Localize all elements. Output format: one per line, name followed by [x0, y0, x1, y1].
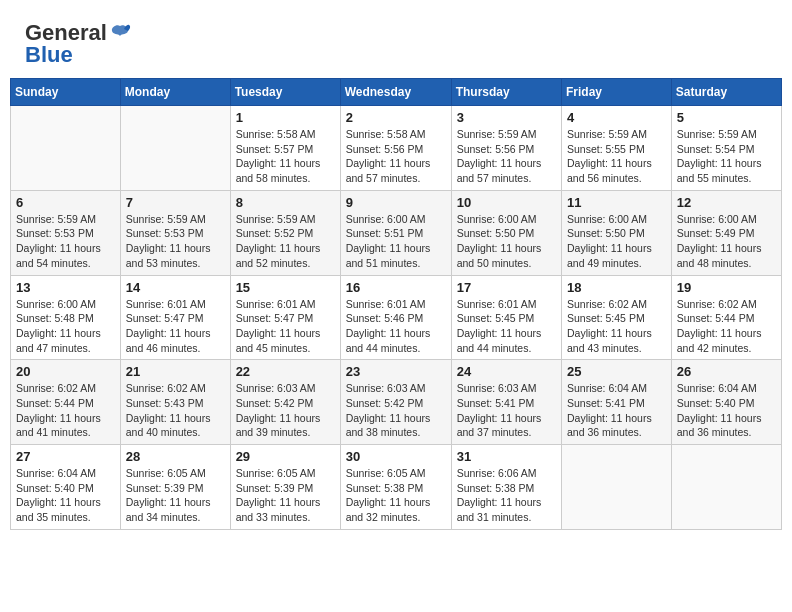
- day-of-week-header: Monday: [120, 79, 230, 106]
- calendar-cell: 7Sunrise: 5:59 AM Sunset: 5:53 PM Daylig…: [120, 190, 230, 275]
- calendar-cell: 17Sunrise: 6:01 AM Sunset: 5:45 PM Dayli…: [451, 275, 561, 360]
- calendar-week-row: 27Sunrise: 6:04 AM Sunset: 5:40 PM Dayli…: [11, 445, 782, 530]
- calendar-week-row: 20Sunrise: 6:02 AM Sunset: 5:44 PM Dayli…: [11, 360, 782, 445]
- day-info: Sunrise: 6:03 AM Sunset: 5:42 PM Dayligh…: [346, 381, 446, 440]
- calendar-cell: 28Sunrise: 6:05 AM Sunset: 5:39 PM Dayli…: [120, 445, 230, 530]
- day-number: 14: [126, 280, 225, 295]
- day-info: Sunrise: 6:04 AM Sunset: 5:41 PM Dayligh…: [567, 381, 666, 440]
- day-of-week-header: Friday: [562, 79, 672, 106]
- day-info: Sunrise: 6:01 AM Sunset: 5:46 PM Dayligh…: [346, 297, 446, 356]
- day-of-week-header: Saturday: [671, 79, 781, 106]
- day-number: 6: [16, 195, 115, 210]
- calendar-cell: 21Sunrise: 6:02 AM Sunset: 5:43 PM Dayli…: [120, 360, 230, 445]
- day-info: Sunrise: 6:06 AM Sunset: 5:38 PM Dayligh…: [457, 466, 556, 525]
- logo-bird-icon: [109, 22, 131, 44]
- day-number: 5: [677, 110, 776, 125]
- day-number: 19: [677, 280, 776, 295]
- calendar-cell: 3Sunrise: 5:59 AM Sunset: 5:56 PM Daylig…: [451, 106, 561, 191]
- day-number: 7: [126, 195, 225, 210]
- day-info: Sunrise: 6:01 AM Sunset: 5:47 PM Dayligh…: [126, 297, 225, 356]
- calendar-cell: [120, 106, 230, 191]
- day-info: Sunrise: 5:59 AM Sunset: 5:53 PM Dayligh…: [16, 212, 115, 271]
- calendar-cell: 11Sunrise: 6:00 AM Sunset: 5:50 PM Dayli…: [562, 190, 672, 275]
- calendar-cell: 30Sunrise: 6:05 AM Sunset: 5:38 PM Dayli…: [340, 445, 451, 530]
- day-number: 11: [567, 195, 666, 210]
- day-info: Sunrise: 5:58 AM Sunset: 5:56 PM Dayligh…: [346, 127, 446, 186]
- calendar-cell: [562, 445, 672, 530]
- day-number: 20: [16, 364, 115, 379]
- day-info: Sunrise: 6:05 AM Sunset: 5:39 PM Dayligh…: [126, 466, 225, 525]
- calendar-cell: 8Sunrise: 5:59 AM Sunset: 5:52 PM Daylig…: [230, 190, 340, 275]
- day-of-week-header: Sunday: [11, 79, 121, 106]
- day-info: Sunrise: 6:04 AM Sunset: 5:40 PM Dayligh…: [677, 381, 776, 440]
- day-info: Sunrise: 5:59 AM Sunset: 5:52 PM Dayligh…: [236, 212, 335, 271]
- day-number: 16: [346, 280, 446, 295]
- day-info: Sunrise: 6:02 AM Sunset: 5:43 PM Dayligh…: [126, 381, 225, 440]
- calendar-week-row: 6Sunrise: 5:59 AM Sunset: 5:53 PM Daylig…: [11, 190, 782, 275]
- day-number: 12: [677, 195, 776, 210]
- day-info: Sunrise: 6:00 AM Sunset: 5:49 PM Dayligh…: [677, 212, 776, 271]
- day-info: Sunrise: 6:02 AM Sunset: 5:44 PM Dayligh…: [16, 381, 115, 440]
- day-info: Sunrise: 6:04 AM Sunset: 5:40 PM Dayligh…: [16, 466, 115, 525]
- logo: General Blue: [25, 20, 131, 68]
- day-number: 26: [677, 364, 776, 379]
- day-of-week-header: Tuesday: [230, 79, 340, 106]
- calendar-cell: 1Sunrise: 5:58 AM Sunset: 5:57 PM Daylig…: [230, 106, 340, 191]
- day-number: 21: [126, 364, 225, 379]
- calendar-cell: 6Sunrise: 5:59 AM Sunset: 5:53 PM Daylig…: [11, 190, 121, 275]
- day-number: 4: [567, 110, 666, 125]
- day-number: 17: [457, 280, 556, 295]
- calendar-cell: [671, 445, 781, 530]
- day-number: 10: [457, 195, 556, 210]
- calendar-cell: 22Sunrise: 6:03 AM Sunset: 5:42 PM Dayli…: [230, 360, 340, 445]
- calendar-cell: 23Sunrise: 6:03 AM Sunset: 5:42 PM Dayli…: [340, 360, 451, 445]
- day-number: 29: [236, 449, 335, 464]
- calendar-cell: [11, 106, 121, 191]
- day-number: 27: [16, 449, 115, 464]
- day-number: 13: [16, 280, 115, 295]
- day-info: Sunrise: 6:03 AM Sunset: 5:42 PM Dayligh…: [236, 381, 335, 440]
- calendar-cell: 31Sunrise: 6:06 AM Sunset: 5:38 PM Dayli…: [451, 445, 561, 530]
- day-info: Sunrise: 6:00 AM Sunset: 5:51 PM Dayligh…: [346, 212, 446, 271]
- day-number: 23: [346, 364, 446, 379]
- calendar-cell: 4Sunrise: 5:59 AM Sunset: 5:55 PM Daylig…: [562, 106, 672, 191]
- day-info: Sunrise: 5:59 AM Sunset: 5:55 PM Dayligh…: [567, 127, 666, 186]
- calendar-cell: 26Sunrise: 6:04 AM Sunset: 5:40 PM Dayli…: [671, 360, 781, 445]
- day-number: 28: [126, 449, 225, 464]
- calendar-week-row: 1Sunrise: 5:58 AM Sunset: 5:57 PM Daylig…: [11, 106, 782, 191]
- day-info: Sunrise: 5:59 AM Sunset: 5:54 PM Dayligh…: [677, 127, 776, 186]
- calendar-cell: 15Sunrise: 6:01 AM Sunset: 5:47 PM Dayli…: [230, 275, 340, 360]
- day-number: 9: [346, 195, 446, 210]
- calendar-cell: 29Sunrise: 6:05 AM Sunset: 5:39 PM Dayli…: [230, 445, 340, 530]
- calendar-cell: 27Sunrise: 6:04 AM Sunset: 5:40 PM Dayli…: [11, 445, 121, 530]
- day-number: 24: [457, 364, 556, 379]
- day-info: Sunrise: 6:03 AM Sunset: 5:41 PM Dayligh…: [457, 381, 556, 440]
- calendar-week-row: 13Sunrise: 6:00 AM Sunset: 5:48 PM Dayli…: [11, 275, 782, 360]
- calendar-cell: 20Sunrise: 6:02 AM Sunset: 5:44 PM Dayli…: [11, 360, 121, 445]
- calendar-cell: 5Sunrise: 5:59 AM Sunset: 5:54 PM Daylig…: [671, 106, 781, 191]
- calendar-cell: 19Sunrise: 6:02 AM Sunset: 5:44 PM Dayli…: [671, 275, 781, 360]
- day-number: 22: [236, 364, 335, 379]
- calendar-header-row: SundayMondayTuesdayWednesdayThursdayFrid…: [11, 79, 782, 106]
- day-info: Sunrise: 6:01 AM Sunset: 5:45 PM Dayligh…: [457, 297, 556, 356]
- day-info: Sunrise: 6:05 AM Sunset: 5:38 PM Dayligh…: [346, 466, 446, 525]
- calendar-cell: 9Sunrise: 6:00 AM Sunset: 5:51 PM Daylig…: [340, 190, 451, 275]
- day-number: 8: [236, 195, 335, 210]
- calendar-cell: 13Sunrise: 6:00 AM Sunset: 5:48 PM Dayli…: [11, 275, 121, 360]
- calendar-cell: 14Sunrise: 6:01 AM Sunset: 5:47 PM Dayli…: [120, 275, 230, 360]
- page-header: General Blue: [10, 10, 782, 73]
- day-number: 25: [567, 364, 666, 379]
- day-number: 2: [346, 110, 446, 125]
- day-info: Sunrise: 6:01 AM Sunset: 5:47 PM Dayligh…: [236, 297, 335, 356]
- day-number: 30: [346, 449, 446, 464]
- calendar-cell: 16Sunrise: 6:01 AM Sunset: 5:46 PM Dayli…: [340, 275, 451, 360]
- calendar-cell: 12Sunrise: 6:00 AM Sunset: 5:49 PM Dayli…: [671, 190, 781, 275]
- calendar-cell: 25Sunrise: 6:04 AM Sunset: 5:41 PM Dayli…: [562, 360, 672, 445]
- day-info: Sunrise: 6:02 AM Sunset: 5:45 PM Dayligh…: [567, 297, 666, 356]
- day-of-week-header: Wednesday: [340, 79, 451, 106]
- day-info: Sunrise: 6:00 AM Sunset: 5:50 PM Dayligh…: [567, 212, 666, 271]
- day-info: Sunrise: 5:59 AM Sunset: 5:53 PM Dayligh…: [126, 212, 225, 271]
- day-of-week-header: Thursday: [451, 79, 561, 106]
- day-info: Sunrise: 6:00 AM Sunset: 5:48 PM Dayligh…: [16, 297, 115, 356]
- day-number: 31: [457, 449, 556, 464]
